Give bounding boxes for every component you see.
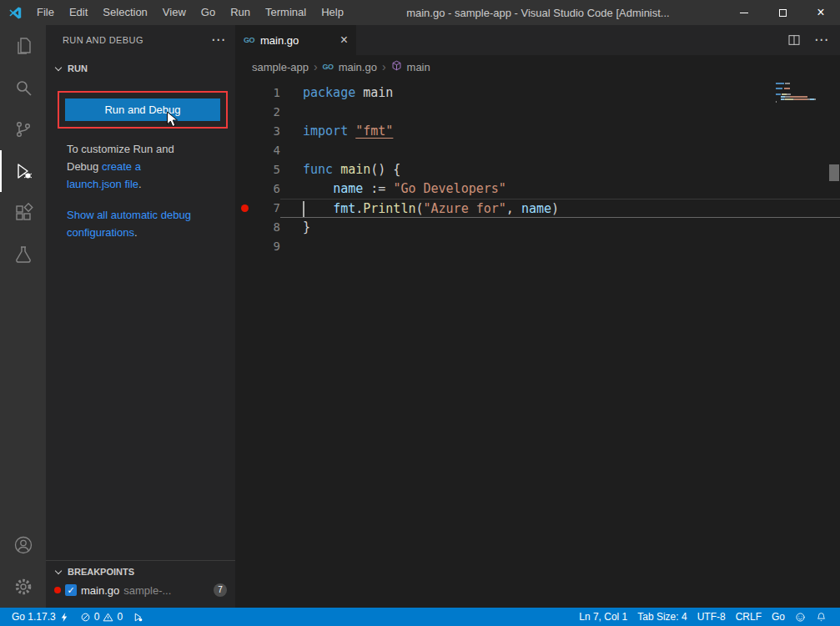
run-section-header[interactable]: RUN (46, 59, 235, 78)
breakpoint-gutter[interactable] (235, 141, 254, 160)
maximize-icon (779, 9, 787, 17)
breakpoint-gutter[interactable] (235, 199, 254, 218)
sidebar-title: RUN AND DEBUG (63, 35, 211, 45)
code-line-3[interactable]: 3import "fmt" (235, 122, 840, 141)
minimize-button[interactable] (725, 0, 763, 25)
menu-run[interactable]: Run (223, 0, 258, 25)
breakpoint-dot[interactable] (241, 204, 249, 212)
activity-extensions[interactable] (0, 192, 46, 234)
debug-status[interactable] (128, 608, 148, 626)
line-number: 2 (254, 103, 280, 122)
run-and-debug-button[interactable]: Run and Debug (65, 98, 220, 121)
split-editor-icon[interactable] (787, 33, 801, 47)
tab-size-status[interactable]: Tab Size: 4 (632, 608, 692, 626)
encoding-status[interactable]: UTF-8 (692, 608, 731, 626)
code-text[interactable] (280, 141, 840, 160)
beaker-icon (13, 245, 33, 265)
line-number: 9 (254, 237, 280, 256)
vscode-logo-icon (8, 6, 23, 20)
show-debug-configs-link[interactable]: Show all automatic debug configurations (67, 209, 191, 239)
problems-status[interactable]: 0 0 (75, 608, 128, 626)
debug-icon (133, 612, 143, 623)
activity-run-debug[interactable] (0, 150, 46, 192)
minimize-icon (740, 13, 748, 13)
minimap[interactable] (776, 83, 827, 107)
go-file-icon: GO (323, 63, 334, 71)
search-icon (13, 78, 33, 98)
menu-edit[interactable]: Edit (62, 0, 95, 25)
activity-settings[interactable] (0, 566, 46, 608)
code-line-4[interactable]: 4 (235, 141, 840, 160)
activity-bar-spacer (0, 275, 46, 524)
bell-icon (816, 612, 827, 623)
eol-status[interactable]: CRLF (731, 608, 767, 626)
title-bar: File Edit Selection View Go Run Terminal… (0, 0, 840, 25)
activity-explorer[interactable] (0, 25, 46, 67)
code-line-7[interactable]: 7 fmt.Println("Azure for", name) (235, 199, 840, 218)
auto-config-hint: Show all automatic debug configurations. (67, 206, 192, 241)
warning-count: 0 (117, 611, 123, 623)
menu-terminal[interactable]: Terminal (258, 0, 314, 25)
code-editor[interactable]: 1package main23import "fmt"45func main()… (235, 78, 840, 608)
breakpoint-list-item[interactable]: ✓ main.go sample-... 7 (46, 581, 235, 599)
line-number: 4 (254, 141, 280, 160)
maximize-button[interactable] (763, 0, 802, 25)
run-debug-sidebar: RUN AND DEBUG ⋯ RUN Run and Debug To cus… (46, 25, 235, 608)
editor-more-actions-icon[interactable]: ⋯ (814, 36, 828, 44)
close-button[interactable]: × (802, 0, 840, 25)
code-line-2[interactable]: 2 (235, 103, 840, 122)
code-line-9[interactable]: 9 (235, 237, 840, 256)
menu-go[interactable]: Go (194, 0, 223, 25)
menu-help[interactable]: Help (314, 0, 351, 25)
breakpoint-gutter[interactable] (235, 103, 254, 122)
activity-accounts[interactable] (0, 524, 46, 566)
line-number: 1 (254, 83, 280, 103)
code-text[interactable]: import "fmt" (280, 122, 840, 141)
code-text[interactable]: package main (280, 83, 840, 103)
breakpoint-gutter[interactable] (235, 160, 254, 179)
breakpoint-gutter[interactable] (235, 122, 254, 141)
sidebar-header: RUN AND DEBUG ⋯ (46, 25, 235, 54)
sidebar-spacer (46, 241, 235, 560)
more-actions-icon[interactable]: ⋯ (211, 36, 225, 44)
code-text[interactable]: func main() { (280, 160, 840, 179)
code-line-1[interactable]: 1package main (235, 83, 840, 103)
code-line-5[interactable]: 5func main() { (235, 160, 840, 179)
notifications-status[interactable] (811, 608, 832, 626)
menu-file[interactable]: File (29, 0, 62, 25)
breakpoints-header[interactable]: BREAKPOINTS (46, 563, 235, 581)
code-text[interactable]: fmt.Println("Azure for", name) (280, 199, 840, 218)
breadcrumb-symbol[interactable]: main (407, 61, 430, 73)
activity-search[interactable] (0, 67, 46, 109)
code-text[interactable] (280, 237, 840, 256)
code-text[interactable]: } (280, 218, 840, 237)
activity-source-control[interactable] (0, 109, 46, 150)
scrollbar-thumb[interactable] (829, 164, 839, 181)
feedback-status[interactable] (790, 608, 811, 626)
breadcrumb-folder[interactable]: sample-app (252, 61, 309, 73)
breadcrumb-file[interactable]: main.go (339, 61, 377, 73)
breakpoint-gutter[interactable] (235, 83, 254, 103)
code-text[interactable]: name := "Go Developers" (280, 179, 840, 199)
line-col-status[interactable]: Ln 7, Col 1 (574, 608, 632, 626)
error-circle-icon (80, 612, 91, 623)
breakpoint-gutter[interactable] (235, 218, 254, 237)
breakpoint-gutter[interactable] (235, 237, 254, 256)
auto-period: . (134, 226, 138, 239)
code-line-6[interactable]: 6 name := "Go Developers" (235, 179, 840, 199)
code-line-8[interactable]: 8} (235, 218, 840, 237)
menu-selection[interactable]: Selection (95, 0, 154, 25)
breakpoint-path: sample-... (123, 584, 171, 597)
tab-close-icon[interactable]: × (340, 33, 348, 48)
extensions-icon (13, 203, 33, 223)
code-text[interactable] (280, 103, 840, 122)
language-status[interactable]: Go (767, 608, 790, 626)
go-version-label: Go 1.17.3 (12, 611, 56, 623)
go-version-status[interactable]: Go 1.17.3 (7, 608, 75, 626)
menu-view[interactable]: View (155, 0, 194, 25)
activity-testing[interactable] (0, 234, 46, 275)
warning-triangle-icon (103, 612, 113, 623)
breakpoint-checkbox[interactable]: ✓ (65, 584, 77, 596)
tab-main-go[interactable]: GO main.go × (235, 25, 356, 55)
breakpoint-gutter[interactable] (235, 179, 254, 199)
